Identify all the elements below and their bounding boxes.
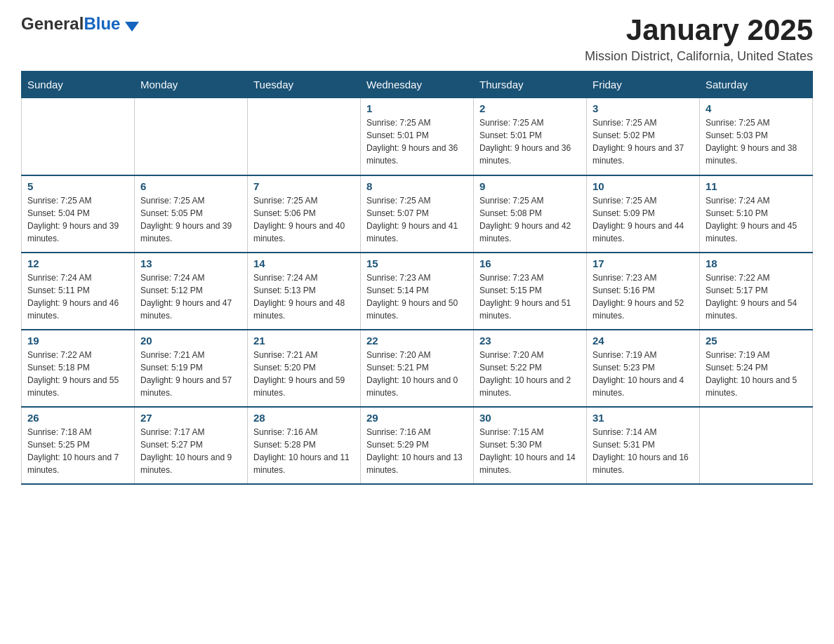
day-info: Sunrise: 7:16 AM Sunset: 5:29 PM Dayligh… — [366, 426, 468, 476]
calendar-cell: 22Sunrise: 7:20 AM Sunset: 5:21 PM Dayli… — [361, 330, 474, 407]
logo-general-text: GeneralBlue — [21, 14, 139, 34]
day-info: Sunrise: 7:25 AM Sunset: 5:05 PM Dayligh… — [140, 194, 241, 245]
calendar-cell: 21Sunrise: 7:21 AM Sunset: 5:20 PM Dayli… — [248, 330, 361, 407]
calendar-cell: 10Sunrise: 7:25 AM Sunset: 5:09 PM Dayli… — [587, 175, 700, 253]
calendar-cell: 2Sunrise: 7:25 AM Sunset: 5:01 PM Daylig… — [474, 98, 587, 175]
calendar-header-thursday: Thursday — [474, 72, 587, 98]
day-number: 15 — [366, 257, 468, 269]
day-number: 9 — [479, 180, 581, 192]
day-info: Sunrise: 7:17 AM Sunset: 5:27 PM Dayligh… — [140, 426, 241, 476]
day-info: Sunrise: 7:25 AM Sunset: 5:03 PM Dayligh… — [706, 116, 807, 167]
day-number: 11 — [706, 180, 807, 192]
calendar-cell: 5Sunrise: 7:25 AM Sunset: 5:04 PM Daylig… — [22, 175, 135, 253]
page-title: January 2025 — [585, 14, 813, 46]
calendar-cell: 23Sunrise: 7:20 AM Sunset: 5:22 PM Dayli… — [474, 330, 587, 407]
day-number: 17 — [593, 257, 694, 269]
calendar-week-row: 5Sunrise: 7:25 AM Sunset: 5:04 PM Daylig… — [22, 175, 813, 253]
calendar-cell: 30Sunrise: 7:15 AM Sunset: 5:30 PM Dayli… — [474, 407, 587, 484]
calendar-cell — [22, 98, 135, 175]
day-number: 31 — [593, 412, 694, 424]
day-info: Sunrise: 7:14 AM Sunset: 5:31 PM Dayligh… — [593, 426, 694, 476]
day-number: 26 — [27, 412, 128, 424]
calendar-cell: 14Sunrise: 7:24 AM Sunset: 5:13 PM Dayli… — [248, 253, 361, 330]
day-number: 6 — [140, 180, 241, 192]
day-info: Sunrise: 7:25 AM Sunset: 5:06 PM Dayligh… — [253, 194, 355, 245]
day-number: 2 — [479, 102, 581, 114]
day-number: 4 — [706, 102, 807, 114]
day-info: Sunrise: 7:24 AM Sunset: 5:11 PM Dayligh… — [27, 271, 128, 322]
calendar-cell: 13Sunrise: 7:24 AM Sunset: 5:12 PM Dayli… — [135, 253, 248, 330]
day-info: Sunrise: 7:25 AM Sunset: 5:09 PM Dayligh… — [593, 194, 694, 245]
day-info: Sunrise: 7:23 AM Sunset: 5:15 PM Dayligh… — [479, 271, 581, 322]
day-info: Sunrise: 7:24 AM Sunset: 5:12 PM Dayligh… — [140, 271, 241, 322]
day-info: Sunrise: 7:24 AM Sunset: 5:13 PM Dayligh… — [253, 271, 355, 322]
calendar-cell: 24Sunrise: 7:19 AM Sunset: 5:23 PM Dayli… — [587, 330, 700, 407]
day-number: 1 — [366, 102, 468, 114]
day-info: Sunrise: 7:22 AM Sunset: 5:17 PM Dayligh… — [706, 271, 807, 322]
calendar-cell: 3Sunrise: 7:25 AM Sunset: 5:02 PM Daylig… — [587, 98, 700, 175]
day-number: 18 — [706, 257, 807, 269]
logo: GeneralBlue — [21, 14, 139, 34]
calendar-cell: 26Sunrise: 7:18 AM Sunset: 5:25 PM Dayli… — [22, 407, 135, 484]
page-subtitle: Mission District, California, United Sta… — [585, 49, 813, 64]
calendar-cell: 28Sunrise: 7:16 AM Sunset: 5:28 PM Dayli… — [248, 407, 361, 484]
day-info: Sunrise: 7:19 AM Sunset: 5:23 PM Dayligh… — [593, 349, 694, 399]
day-number: 23 — [479, 335, 581, 347]
calendar-cell — [248, 98, 361, 175]
day-info: Sunrise: 7:19 AM Sunset: 5:24 PM Dayligh… — [706, 349, 807, 399]
day-info: Sunrise: 7:18 AM Sunset: 5:25 PM Dayligh… — [27, 426, 128, 476]
day-info: Sunrise: 7:21 AM Sunset: 5:20 PM Dayligh… — [253, 349, 355, 399]
day-info: Sunrise: 7:25 AM Sunset: 5:08 PM Dayligh… — [479, 194, 581, 245]
calendar-cell: 9Sunrise: 7:25 AM Sunset: 5:08 PM Daylig… — [474, 175, 587, 253]
day-info: Sunrise: 7:16 AM Sunset: 5:28 PM Dayligh… — [253, 426, 355, 476]
day-number: 5 — [27, 180, 128, 192]
day-number: 3 — [593, 102, 694, 114]
calendar-header-saturday: Saturday — [700, 72, 813, 98]
calendar-cell: 27Sunrise: 7:17 AM Sunset: 5:27 PM Dayli… — [135, 407, 248, 484]
day-number: 30 — [479, 412, 581, 424]
day-number: 27 — [140, 412, 241, 424]
calendar-cell: 19Sunrise: 7:22 AM Sunset: 5:18 PM Dayli… — [22, 330, 135, 407]
day-number: 20 — [140, 335, 241, 347]
day-info: Sunrise: 7:25 AM Sunset: 5:01 PM Dayligh… — [479, 116, 581, 167]
title-block: January 2025 Mission District, Californi… — [585, 14, 813, 64]
calendar-table: SundayMondayTuesdayWednesdayThursdayFrid… — [21, 71, 813, 485]
day-number: 13 — [140, 257, 241, 269]
day-info: Sunrise: 7:24 AM Sunset: 5:10 PM Dayligh… — [706, 194, 807, 245]
day-info: Sunrise: 7:25 AM Sunset: 5:07 PM Dayligh… — [366, 194, 468, 245]
day-number: 25 — [706, 335, 807, 347]
day-number: 8 — [366, 180, 468, 192]
day-info: Sunrise: 7:25 AM Sunset: 5:01 PM Dayligh… — [366, 116, 468, 167]
logo-arrow-icon — [125, 22, 139, 32]
calendar-header-sunday: Sunday — [22, 72, 135, 98]
calendar-cell: 29Sunrise: 7:16 AM Sunset: 5:29 PM Dayli… — [361, 407, 474, 484]
day-number: 22 — [366, 335, 468, 347]
calendar-cell: 7Sunrise: 7:25 AM Sunset: 5:06 PM Daylig… — [248, 175, 361, 253]
page-header: GeneralBlue January 2025 Mission Distric… — [21, 14, 813, 64]
calendar-cell: 6Sunrise: 7:25 AM Sunset: 5:05 PM Daylig… — [135, 175, 248, 253]
day-info: Sunrise: 7:20 AM Sunset: 5:22 PM Dayligh… — [479, 349, 581, 399]
calendar-cell: 20Sunrise: 7:21 AM Sunset: 5:19 PM Dayli… — [135, 330, 248, 407]
calendar-cell — [700, 407, 813, 484]
day-number: 7 — [253, 180, 355, 192]
calendar-header-friday: Friday — [587, 72, 700, 98]
day-number: 21 — [253, 335, 355, 347]
calendar-header-row: SundayMondayTuesdayWednesdayThursdayFrid… — [22, 72, 813, 98]
day-info: Sunrise: 7:21 AM Sunset: 5:19 PM Dayligh… — [140, 349, 241, 399]
calendar-cell: 12Sunrise: 7:24 AM Sunset: 5:11 PM Dayli… — [22, 253, 135, 330]
day-number: 12 — [27, 257, 128, 269]
day-info: Sunrise: 7:23 AM Sunset: 5:16 PM Dayligh… — [593, 271, 694, 322]
calendar-cell: 15Sunrise: 7:23 AM Sunset: 5:14 PM Dayli… — [361, 253, 474, 330]
day-number: 10 — [593, 180, 694, 192]
calendar-header-wednesday: Wednesday — [361, 72, 474, 98]
calendar-cell: 4Sunrise: 7:25 AM Sunset: 5:03 PM Daylig… — [700, 98, 813, 175]
calendar-week-row: 19Sunrise: 7:22 AM Sunset: 5:18 PM Dayli… — [22, 330, 813, 407]
day-info: Sunrise: 7:25 AM Sunset: 5:04 PM Dayligh… — [27, 194, 128, 245]
calendar-cell: 31Sunrise: 7:14 AM Sunset: 5:31 PM Dayli… — [587, 407, 700, 484]
calendar-cell: 11Sunrise: 7:24 AM Sunset: 5:10 PM Dayli… — [700, 175, 813, 253]
calendar-cell: 16Sunrise: 7:23 AM Sunset: 5:15 PM Dayli… — [474, 253, 587, 330]
day-number: 16 — [479, 257, 581, 269]
day-number: 29 — [366, 412, 468, 424]
calendar-cell: 8Sunrise: 7:25 AM Sunset: 5:07 PM Daylig… — [361, 175, 474, 253]
day-number: 28 — [253, 412, 355, 424]
